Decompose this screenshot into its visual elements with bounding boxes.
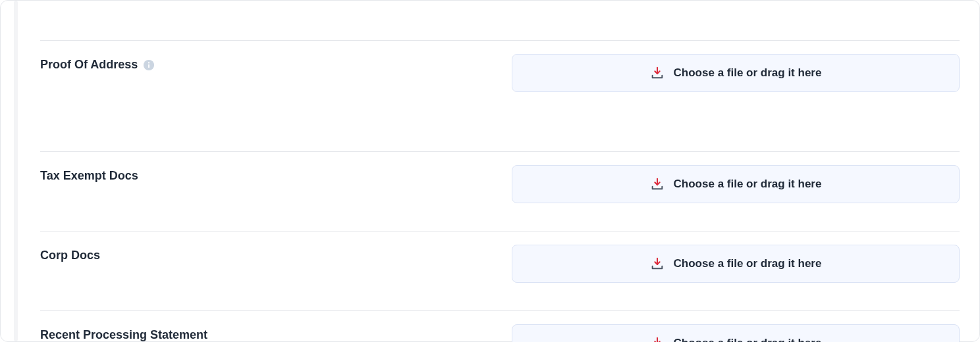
row-label: Proof Of Address <box>40 58 138 72</box>
upload-row-proof-of-address: Proof Of Address <box>40 40 960 151</box>
info-icon[interactable] <box>143 59 155 71</box>
upload-row-corp-docs: Corp Docs Choose a file or drag it here <box>40 231 960 310</box>
download-icon <box>650 256 665 271</box>
dropzone-label: Choose a file or drag it here <box>674 337 822 342</box>
svg-point-2 <box>148 62 150 63</box>
dropzone-label: Choose a file or drag it here <box>674 66 822 80</box>
row-label-col: Proof Of Address <box>40 54 512 72</box>
row-label: Corp Docs <box>40 249 100 262</box>
upload-col: Choose a file or drag it here <box>512 245 960 283</box>
upload-row-tax-exempt-docs: Tax Exempt Docs Choose a file or drag it… <box>40 151 960 231</box>
download-icon <box>650 177 665 191</box>
row-label: Recent Processing Statement <box>40 328 207 342</box>
left-rail <box>14 1 18 341</box>
dropzone-label: Choose a file or drag it here <box>674 178 822 191</box>
upload-col: Choose a file or drag it here <box>512 165 960 203</box>
upload-rows-container: Proof Of Address <box>40 1 960 341</box>
upload-row-recent-processing-statement: Recent Processing Statement Choose a fil… <box>40 310 960 342</box>
row-label-col: Corp Docs <box>40 245 512 262</box>
file-dropzone[interactable]: Choose a file or drag it here <box>512 245 960 283</box>
row-label: Tax Exempt Docs <box>40 169 138 183</box>
row-label-col: Recent Processing Statement <box>40 324 512 342</box>
file-dropzone[interactable]: Choose a file or drag it here <box>512 165 960 203</box>
file-dropzone[interactable]: Choose a file or drag it here <box>512 54 960 92</box>
svg-rect-1 <box>148 64 150 67</box>
dropzone-label: Choose a file or drag it here <box>674 257 822 270</box>
file-dropzone[interactable]: Choose a file or drag it here <box>512 324 960 342</box>
row-label-col: Tax Exempt Docs <box>40 165 512 183</box>
download-icon <box>650 66 665 80</box>
download-icon <box>650 336 665 342</box>
upload-col: Choose a file or drag it here <box>512 54 960 92</box>
upload-col: Choose a file or drag it here <box>512 324 960 342</box>
form-panel: Proof Of Address <box>0 0 980 342</box>
